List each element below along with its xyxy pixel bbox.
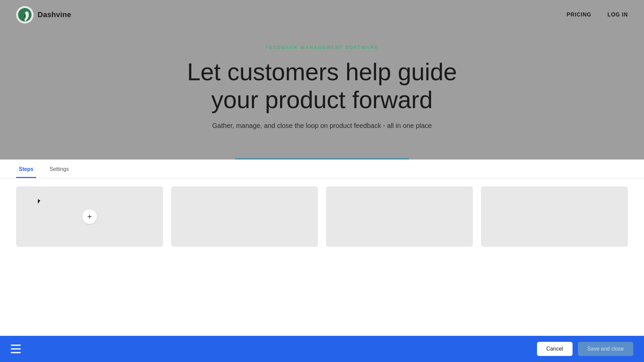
dashvine-logo-icon bbox=[16, 6, 34, 24]
tabs-section: Steps Settings bbox=[0, 160, 644, 178]
bottom-toolbar: Cancel Save and close bbox=[0, 336, 644, 362]
tab-steps[interactable]: Steps bbox=[16, 162, 36, 178]
hero-section: Dashvine PRICING LOG IN FEEDBACK MANAGEM… bbox=[0, 0, 644, 160]
pricing-link[interactable]: PRICING bbox=[567, 12, 591, 18]
step-card-3 bbox=[326, 186, 473, 247]
progress-bar bbox=[235, 158, 409, 160]
brand-name: Dashvine bbox=[38, 10, 71, 19]
step-card-4 bbox=[481, 186, 628, 247]
hero-content: FEEDBACK MANAGEMENT SOFTWARE Let custome… bbox=[0, 30, 644, 158]
hero-tag: FEEDBACK MANAGEMENT SOFTWARE bbox=[266, 45, 379, 50]
svg-rect-2 bbox=[11, 348, 21, 350]
svg-rect-1 bbox=[11, 345, 21, 346]
hero-title: Let customers help guide your product fo… bbox=[187, 58, 457, 114]
toolbar-right: Cancel Save and close bbox=[537, 342, 633, 356]
progress-bar-container bbox=[0, 158, 644, 160]
step-card-2 bbox=[171, 186, 318, 247]
svg-rect-3 bbox=[11, 352, 21, 353]
add-step-button[interactable]: + bbox=[82, 209, 97, 224]
logo-area: Dashvine bbox=[16, 6, 71, 24]
steps-content: + bbox=[0, 178, 644, 336]
save-close-button[interactable]: Save and close bbox=[578, 342, 633, 356]
tab-settings[interactable]: Settings bbox=[47, 162, 72, 178]
hero-subtitle: Gather, manage, and close the loop on pr… bbox=[212, 122, 432, 130]
login-link[interactable]: LOG IN bbox=[607, 12, 628, 18]
step-card-add[interactable]: + bbox=[16, 186, 163, 247]
navbar: Dashvine PRICING LOG IN bbox=[0, 0, 644, 30]
toolbar-menu-icon bbox=[11, 345, 21, 353]
toolbar-left bbox=[11, 345, 21, 353]
nav-links: PRICING LOG IN bbox=[567, 12, 628, 18]
cancel-button[interactable]: Cancel bbox=[537, 342, 573, 356]
